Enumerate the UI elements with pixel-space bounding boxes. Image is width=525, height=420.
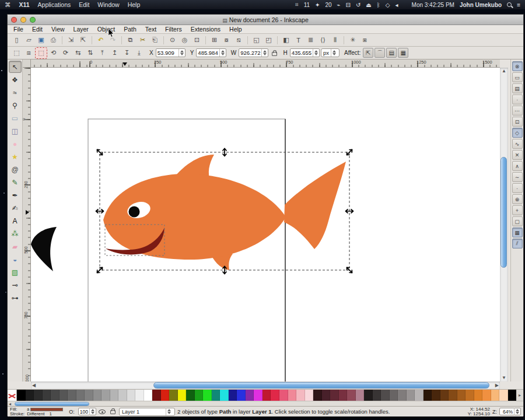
palette-swatch[interactable] bbox=[482, 390, 491, 401]
menubar-user[interactable]: John Umekubo bbox=[460, 2, 502, 8]
snap-bbox-midpoint-button[interactable]: ⋯ bbox=[512, 106, 523, 116]
text-dialog-button[interactable]: T bbox=[293, 35, 304, 46]
macos-menu-help[interactable]: Help bbox=[128, 1, 141, 8]
time-machine-icon[interactable]: ↺ bbox=[356, 2, 360, 8]
snap-smooth-button[interactable]: ∼ bbox=[512, 172, 523, 182]
palette-swatch[interactable] bbox=[373, 390, 382, 401]
palette-swatch[interactable] bbox=[76, 390, 85, 401]
palette-swatch[interactable] bbox=[68, 390, 76, 401]
palette-swatch[interactable] bbox=[246, 390, 254, 401]
layers-button[interactable]: ≣ bbox=[305, 35, 316, 46]
drawing-svg[interactable] bbox=[31, 68, 500, 382]
palette-swatch[interactable] bbox=[51, 390, 60, 401]
menu-file[interactable]: File bbox=[13, 26, 23, 33]
cut-button[interactable]: ✂ bbox=[137, 35, 148, 46]
snap-bbox-center-button[interactable]: ⊡ bbox=[512, 117, 523, 127]
fish-eye-pupil[interactable] bbox=[129, 206, 140, 218]
node-tool[interactable]: ❖ bbox=[9, 74, 22, 86]
menu-layer[interactable]: Layer bbox=[74, 26, 89, 33]
menubar-clock[interactable]: Mon 3:42:25 PM bbox=[412, 2, 454, 8]
palette-swatch[interactable] bbox=[229, 390, 237, 401]
palette-swatch[interactable] bbox=[85, 390, 93, 401]
affect-gradient-button[interactable]: ▤ bbox=[386, 48, 397, 58]
lock-ratio-icon[interactable] bbox=[272, 52, 277, 56]
no-color-swatch[interactable] bbox=[8, 390, 17, 401]
undo-button[interactable]: ↶ bbox=[95, 35, 106, 46]
wifi-icon[interactable]: ◇ bbox=[386, 2, 390, 8]
bezier-tool[interactable]: ✒ bbox=[9, 189, 22, 201]
menu-path[interactable]: Path bbox=[124, 26, 136, 33]
display-icon[interactable]: ⊟ bbox=[346, 2, 351, 8]
print-button[interactable]: ⎙ bbox=[48, 35, 59, 46]
bucket-tool[interactable]: ◒ bbox=[9, 253, 22, 265]
palette-swatch[interactable] bbox=[203, 390, 212, 401]
notification-center-icon[interactable]: ≡ bbox=[517, 2, 520, 8]
palette-swatch[interactable] bbox=[60, 390, 68, 401]
lower-to-bottom-button[interactable]: ⤓ bbox=[134, 48, 145, 58]
snap-object-center-button[interactable]: ⊕ bbox=[512, 194, 523, 204]
palette-swatch[interactable] bbox=[288, 390, 297, 401]
duplicate-button[interactable]: ⊞ bbox=[209, 35, 220, 46]
text-tool[interactable]: A bbox=[9, 215, 22, 227]
snap-node-button[interactable]: ◇ bbox=[512, 128, 523, 138]
palette-swatch[interactable] bbox=[220, 390, 229, 401]
rotate-cw-button[interactable]: ⟳ bbox=[60, 48, 71, 58]
macos-menu-edit[interactable]: Edit bbox=[79, 1, 89, 8]
palette-swatch[interactable] bbox=[407, 390, 415, 401]
palette-swatch[interactable] bbox=[110, 390, 119, 401]
window-titlebar[interactable]: ▤New document 26 - Inkscape bbox=[8, 15, 523, 25]
spiral-tool[interactable]: @ bbox=[9, 163, 22, 176]
macos-menu-applications[interactable]: Applications bbox=[38, 1, 71, 8]
y-field[interactable]: 485.984 bbox=[196, 48, 226, 57]
palette-swatch[interactable] bbox=[356, 390, 365, 401]
spotlight-icon[interactable] bbox=[507, 2, 512, 7]
black-crescent-shape[interactable] bbox=[27, 225, 60, 276]
snap-midpoint-button[interactable]: · bbox=[512, 183, 523, 193]
clone-button[interactable]: ⧇ bbox=[221, 35, 232, 46]
export-button[interactable]: ⇱ bbox=[78, 35, 89, 46]
snap-bbox-edge-button[interactable]: ▤ bbox=[512, 83, 523, 93]
stroke-value[interactable]: Different bbox=[27, 412, 44, 416]
vertical-scroll-thumb[interactable] bbox=[501, 157, 507, 268]
palette-swatch[interactable] bbox=[186, 390, 195, 401]
zoom-field[interactable]: 64% bbox=[499, 408, 521, 415]
menu-text[interactable]: Text bbox=[145, 26, 156, 33]
horizontal-scroll-thumb[interactable] bbox=[153, 382, 489, 388]
stats-count[interactable]: 11 bbox=[304, 2, 310, 8]
palette-swatch[interactable] bbox=[43, 390, 51, 401]
menu-extensions[interactable]: Extensions bbox=[191, 26, 220, 33]
palette-swatch[interactable] bbox=[364, 390, 373, 401]
palette-swatch[interactable] bbox=[322, 390, 331, 401]
lower-button[interactable]: ↧ bbox=[121, 48, 132, 58]
palette-swatch[interactable] bbox=[313, 390, 322, 401]
palette-swatch[interactable] bbox=[102, 390, 110, 401]
palette-swatch[interactable] bbox=[474, 390, 483, 401]
palette-swatch[interactable] bbox=[34, 390, 43, 401]
palette-scrollbar[interactable]: ◂ bbox=[8, 401, 523, 406]
horizontal-ruler[interactable]: 0250500750100012501500 bbox=[31, 60, 500, 68]
palette-scroll-right[interactable]: ▸ bbox=[516, 390, 523, 401]
affect-stroke-button[interactable]: ⇱ bbox=[363, 48, 373, 58]
volume-icon[interactable]: ◂ bbox=[396, 2, 398, 8]
palette-swatch[interactable] bbox=[499, 390, 508, 401]
new-document-button[interactable]: ▯ bbox=[11, 35, 22, 46]
vertical-scrollbar[interactable]: ▲ ▼ bbox=[500, 68, 508, 382]
affect-pattern-button[interactable]: ▦ bbox=[398, 48, 408, 58]
flashlight-icon[interactable]: ⌁ bbox=[337, 2, 341, 8]
menu-view[interactable]: View bbox=[51, 26, 65, 33]
selection-handle-ne[interactable] bbox=[345, 148, 353, 156]
scroll-right-arrow[interactable]: ▶ bbox=[495, 383, 499, 388]
palette-swatch[interactable] bbox=[254, 390, 262, 401]
fill-stroke-button[interactable]: ◧ bbox=[281, 35, 292, 46]
box3d-tool[interactable]: ◫ bbox=[9, 125, 22, 137]
palette-swatch[interactable] bbox=[457, 390, 466, 401]
palette-swatch[interactable] bbox=[305, 390, 314, 401]
canvas[interactable] bbox=[31, 68, 500, 382]
menu-object[interactable]: Object bbox=[97, 26, 115, 33]
snap-cusp-button[interactable]: ∧ bbox=[512, 161, 523, 171]
align-button[interactable]: ⫴ bbox=[330, 35, 341, 46]
zoom-drawing-button[interactable]: ◎ bbox=[179, 35, 190, 46]
ellipse-tool[interactable]: ● bbox=[9, 138, 22, 150]
zoom-selection-button[interactable]: ⊙ bbox=[167, 35, 178, 46]
paste-button[interactable]: ⎗ bbox=[149, 35, 160, 46]
